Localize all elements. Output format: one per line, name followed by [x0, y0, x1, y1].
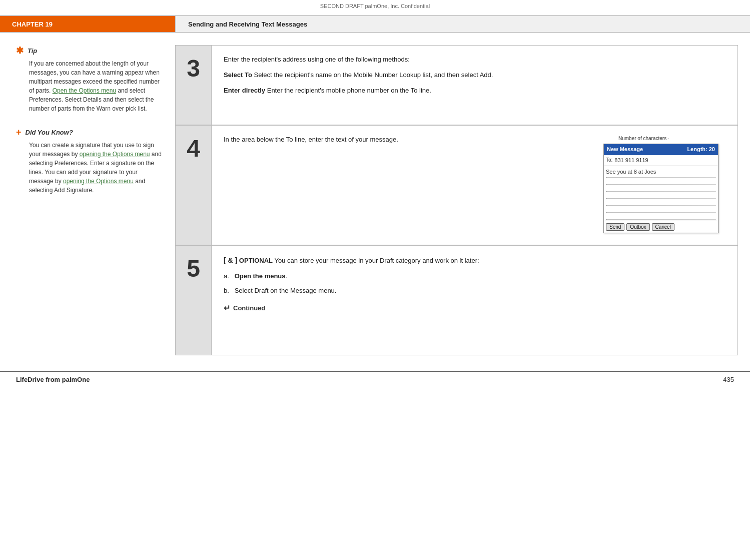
chapter-title: Sending and Receiving Text Messages: [175, 16, 750, 32]
tip-2-title: Did You Know?: [26, 129, 73, 136]
step-5-item-b-label: b.: [224, 287, 229, 294]
footer-left: LifeDrive from palmOne: [16, 376, 90, 383]
footer: LifeDrive from palmOne 435: [0, 371, 750, 387]
step-5-item-b: b. Select Draft on the Message menu.: [224, 286, 725, 296]
continued-row: ↵ Continued: [224, 302, 725, 315]
tip-2-link1[interactable]: opening the Options menu: [80, 151, 150, 158]
step-5-intro-text: You can store your message in your Draft…: [274, 257, 479, 264]
step-5-box: 5 [ & ] OPTIONAL You can store your mess…: [175, 245, 738, 355]
tip-icon: ✱: [16, 45, 24, 56]
step-5-item-a-label: a.: [224, 272, 229, 280]
continued-arrow-icon: ↵: [224, 302, 230, 315]
step-4-device-area: Number of characters ‑ New Message Lengt…: [595, 135, 725, 233]
step-3-intro: Enter the recipient's address using one …: [224, 55, 725, 65]
step-4-text: In the area below the To line, enter the…: [224, 135, 595, 233]
main-content: ✱ Tip If you are concerned about the len…: [0, 33, 750, 355]
device-title-bar: New Message Length: 20: [604, 144, 718, 155]
tip-1-link1[interactable]: Open the Options menu: [53, 87, 116, 94]
device-message-area: See you at 8 at Joes: [604, 166, 718, 221]
chapter-label: CHAPTER 19: [0, 16, 175, 32]
step-4-inner: In the area below the To line, enter the…: [224, 135, 725, 233]
footer-right: 435: [723, 376, 734, 383]
step-5-optional: OPTIONAL: [239, 257, 273, 264]
step-3-method1-label: Select To: [224, 71, 252, 79]
continued-label: Continued: [233, 303, 265, 314]
tip-1-title: Tip: [28, 47, 37, 55]
device-send-button[interactable]: Send: [606, 223, 624, 231]
step-3-method1: Select To Select the recipient's name on…: [224, 70, 725, 81]
device-to-row: To: 831 911 9119: [604, 155, 718, 167]
step-5-item-a-link[interactable]: Open the menus: [235, 272, 286, 280]
device-mockup: New Message Length: 20 To: 831 911 9119 …: [603, 144, 718, 233]
tip-2-link2[interactable]: opening the Options menu: [63, 178, 134, 185]
step-4-box: 4 In the area below the To line, enter t…: [175, 125, 738, 245]
step-4-number: 4: [176, 126, 212, 245]
step-3-method2: Enter directly Enter the recipient's mob…: [224, 86, 725, 96]
step-3-content: Enter the recipient's address using one …: [212, 46, 737, 125]
sidebar: ✱ Tip If you are concerned about the len…: [0, 45, 175, 355]
steps-area: 3 Enter the recipient's address using on…: [175, 45, 750, 355]
device-title-right: Length: 20: [687, 145, 715, 154]
num-chars-label: Number of characters: [618, 135, 666, 143]
step-5-bracket: [ & ]: [224, 256, 237, 264]
step-5-number: 5: [176, 246, 212, 355]
tip-2-text: You can create a signature that you use …: [29, 141, 163, 195]
tip-1-text: If you are concerned about the length of…: [29, 59, 163, 113]
device-line-4: [606, 192, 716, 199]
tip-2-header: + Did You Know?: [16, 127, 163, 138]
watermark: SECOND DRAFT palmOne, Inc. Confidential: [0, 0, 750, 11]
did-you-know-icon: +: [16, 127, 22, 138]
device-line-3: [606, 185, 716, 192]
device-line-6: [606, 206, 716, 213]
tip-1-header: ✱ Tip: [16, 45, 163, 56]
device-to-number: 831 911 9119: [614, 156, 648, 165]
device-outbox-button[interactable]: Outbox: [626, 223, 649, 231]
chapter-bar: CHAPTER 19 Sending and Receiving Text Me…: [0, 15, 750, 33]
step-5-content: [ & ] OPTIONAL You can store your messag…: [212, 246, 737, 355]
device-line-7: [606, 213, 716, 220]
tip-1-block: ✱ Tip If you are concerned about the len…: [16, 45, 163, 113]
device-line-5: [606, 199, 716, 206]
step-3-box: 3 Enter the recipient's address using on…: [175, 45, 738, 125]
device-title-left: New Message: [607, 145, 643, 154]
num-chars-bracket: ‑: [667, 135, 669, 143]
device-line-1: See you at 8 at Joes: [606, 167, 716, 178]
device-buttons: Send Outbox Cancel: [604, 221, 718, 233]
step-3-method1-text: Select the recipient's name on the Mobil…: [252, 71, 493, 79]
step-4-content: In the area below the To line, enter the…: [212, 126, 737, 245]
device-line-2: [606, 178, 716, 185]
tip-2-block: + Did You Know? You can create a signatu…: [16, 127, 163, 195]
device-to-label: To:: [606, 156, 612, 164]
step-3-method2-text: Enter the recipient's mobile phone numbe…: [265, 87, 431, 94]
step-5-intro: [ & ] OPTIONAL You can store your messag…: [224, 255, 725, 266]
step-3-number: 3: [176, 46, 212, 125]
device-cancel-button[interactable]: Cancel: [652, 223, 674, 231]
step-5-item-b-text: Select Draft on the Message menu.: [235, 287, 337, 294]
step-5-item-a: a. Open the menus.: [224, 271, 725, 282]
step-3-method2-label: Enter directly: [224, 87, 265, 94]
num-chars-area: Number of characters ‑: [603, 135, 725, 143]
